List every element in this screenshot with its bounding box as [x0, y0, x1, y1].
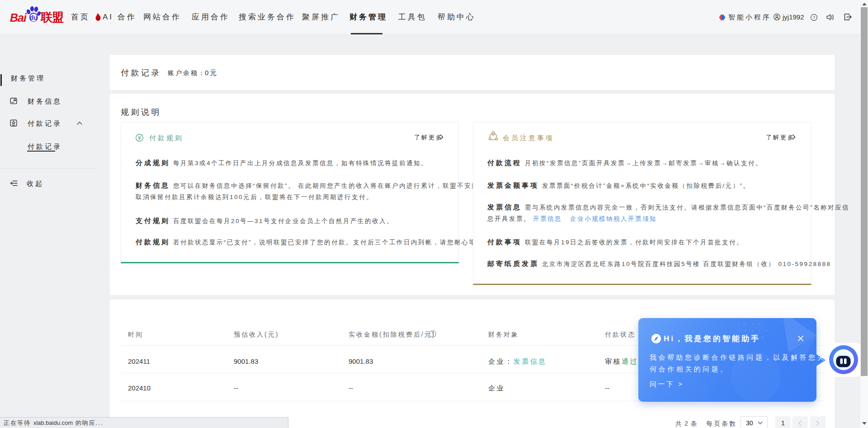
svg-text:?: ? [431, 331, 434, 336]
svg-text:du: du [30, 14, 38, 21]
svg-text:?: ? [813, 15, 815, 20]
